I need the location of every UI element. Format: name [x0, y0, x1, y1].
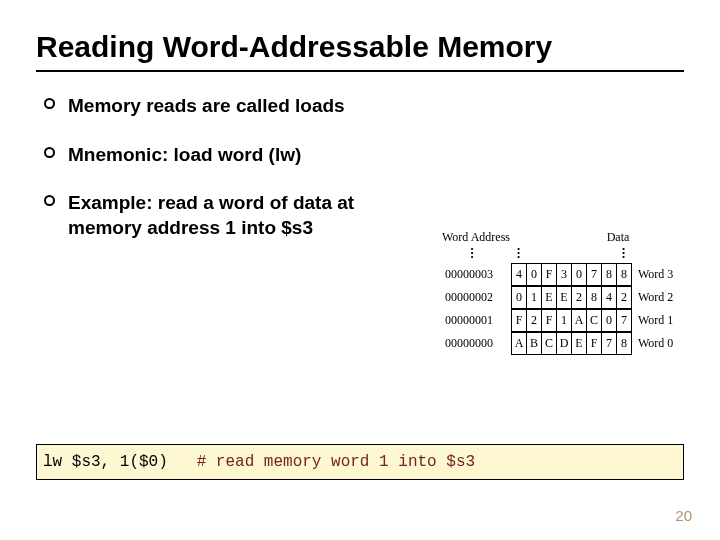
bullet-marker-icon [44, 98, 55, 109]
slide-title: Reading Word-Addressable Memory [36, 30, 684, 64]
ellipsis-icon: ••• [616, 247, 631, 263]
byte-cell: 8 [617, 264, 632, 286]
byte-cell: 1 [527, 287, 542, 309]
byte-cell: C [587, 310, 602, 332]
byte-cell: 7 [602, 333, 617, 355]
byte-cell: 0 [602, 310, 617, 332]
byte-cell: 2 [617, 287, 632, 309]
bullet-text: Mnemonic: load word (lw) [68, 143, 684, 168]
bullet-list: Memory reads are called loads Mnemonic: … [36, 94, 684, 241]
byte-cell: 0 [572, 264, 587, 286]
page-number: 20 [675, 507, 692, 524]
title-underline [36, 70, 684, 72]
bullet-text: Example: read a word of data at [68, 191, 684, 216]
byte-cell: 7 [587, 264, 602, 286]
ellipsis-data: ••• ••• [511, 247, 631, 263]
memory-bytes: A B C D E F 7 8 [511, 332, 632, 355]
byte-cell: 0 [512, 287, 527, 309]
bullet-marker-icon [44, 147, 55, 158]
code-example: lw $s3, 1($0) # read memory word 1 into … [36, 444, 684, 480]
byte-cell: 8 [617, 333, 632, 355]
ellipsis-icon: ••• [511, 247, 526, 263]
memory-bytes: F 2 F 1 A C 0 7 [511, 309, 632, 332]
byte-cell: F [542, 310, 557, 332]
word-address: 00000002 [433, 290, 511, 305]
word-address: 00000001 [433, 313, 511, 328]
byte-cell: F [542, 264, 557, 286]
byte-cell: 2 [572, 287, 587, 309]
byte-cell: 8 [587, 287, 602, 309]
diagram-ellipsis-row: ••• ••• ••• [433, 247, 682, 263]
byte-cell: F [587, 333, 602, 355]
byte-cell: 0 [527, 264, 542, 286]
memory-row: 00000003 4 0 F 3 0 7 8 8 Word 3 [433, 263, 682, 286]
memory-bytes: 0 1 E E 2 8 4 2 [511, 286, 632, 309]
byte-cell: E [572, 333, 587, 355]
bullet-text: Memory reads are called loads [68, 94, 684, 119]
memory-row: 00000001 F 2 F 1 A C 0 7 Word 1 [433, 309, 682, 332]
byte-cell: 1 [557, 310, 572, 332]
byte-cell: D [557, 333, 572, 355]
header-word-address: Word Address [437, 230, 515, 245]
byte-cell: 8 [602, 264, 617, 286]
byte-cell: B [527, 333, 542, 355]
memory-bytes: 4 0 F 3 0 7 8 8 [511, 263, 632, 286]
word-label: Word 0 [632, 336, 682, 351]
byte-cell: 4 [512, 264, 527, 286]
memory-row: 00000000 A B C D E F 7 8 Word 0 [433, 332, 682, 355]
byte-cell: E [542, 287, 557, 309]
word-label: Word 2 [632, 290, 682, 305]
code-instruction: lw $s3, 1($0) [43, 453, 168, 471]
word-label: Word 1 [632, 313, 682, 328]
byte-cell: F [512, 310, 527, 332]
slide: Reading Word-Addressable Memory Memory r… [0, 0, 720, 540]
memory-row: 00000002 0 1 E E 2 8 4 2 Word 2 [433, 286, 682, 309]
header-data: Data [558, 230, 678, 245]
byte-cell: A [572, 310, 587, 332]
byte-cell: 2 [527, 310, 542, 332]
byte-cell: 4 [602, 287, 617, 309]
bullet-item: Mnemonic: load word (lw) [44, 143, 684, 168]
byte-cell: C [542, 333, 557, 355]
memory-diagram: Word Address Data ••• ••• ••• 00000003 4… [433, 230, 682, 355]
byte-cell: A [512, 333, 527, 355]
ellipsis-icon: ••• [433, 247, 511, 263]
code-comment: # read memory word 1 into $s3 [197, 453, 475, 471]
byte-cell: 3 [557, 264, 572, 286]
byte-cell: E [557, 287, 572, 309]
word-address: 00000003 [433, 267, 511, 282]
word-label: Word 3 [632, 267, 682, 282]
byte-cell: 7 [617, 310, 632, 332]
word-address: 00000000 [433, 336, 511, 351]
bullet-marker-icon [44, 195, 55, 206]
bullet-item: Memory reads are called loads [44, 94, 684, 119]
